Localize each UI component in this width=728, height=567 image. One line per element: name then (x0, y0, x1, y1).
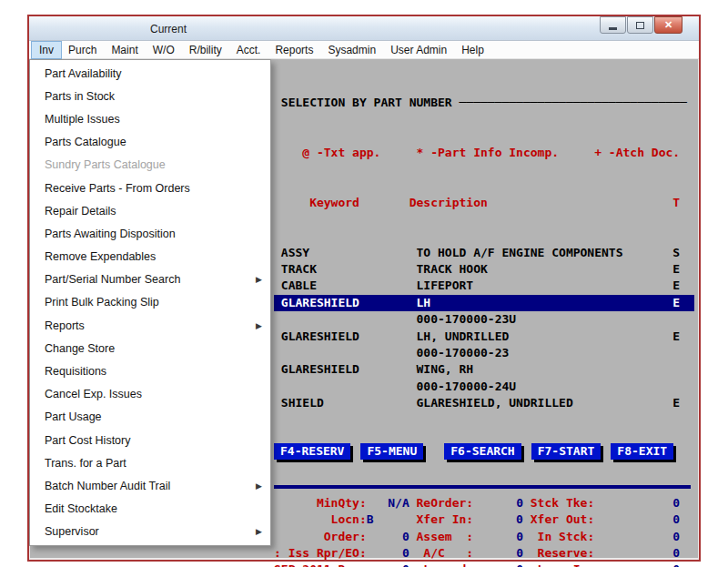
detail-line: MinQty: N/A ReOrder: 0 Stck Tke: 0 (274, 495, 694, 511)
menu-item-part-serial-number-search[interactable]: Part/Serial Number Search▶ (30, 268, 270, 291)
menu-reports[interactable]: Reports (268, 42, 320, 58)
detail-segment: A/C : (410, 546, 473, 560)
detail-segment: ReOrder: (410, 496, 473, 510)
menu-item-batch-number-audit-trail[interactable]: Batch Number Audit Trail▶ (30, 474, 270, 497)
terminal-header-line: SELECTION BY PART NUMBER ───────────────… (274, 95, 694, 111)
detail-segment: Loan In: (523, 562, 594, 567)
part-row[interactable]: ASSY TO HOLD A/F ENGINE COMPONENTS S (274, 245, 694, 261)
menu-acct[interactable]: Acct. (229, 42, 268, 58)
menubar: InvPurchMaintW/OR/bilityAcct.ReportsSysa… (29, 41, 699, 59)
menu-item-label: Parts Catalogue (45, 136, 126, 148)
part-row[interactable]: 000-170000-23 (274, 345, 694, 361)
part-details: MinQty: N/A ReOrder: 0 Stck Tke: 0 Locn:… (274, 495, 694, 567)
part-row[interactable]: SHIELD GLARESHIELD, UNDRILLED E (274, 395, 694, 411)
close-button[interactable]: ✕ (654, 16, 682, 34)
menu-item-sundry-parts-catalogue: Sundry Parts Catalogue (30, 154, 270, 177)
menu-item-label: Part/Serial Number Search (45, 273, 180, 286)
fkey-f5-menu[interactable]: F5-MENU (360, 443, 423, 460)
part-row[interactable]: GLARESHIELD WING, RH (274, 361, 694, 378)
menu-item-remove-expendables[interactable]: Remove Expendables (30, 246, 270, 268)
menu-item-part-cost-history[interactable]: Part Cost History (30, 429, 270, 451)
detail-segment: 0 (473, 562, 523, 567)
menu-item-label: Cancel Exp. Issues (45, 388, 142, 400)
window-controls: ✕ (600, 16, 682, 34)
menu-user-admin[interactable]: User Admin (383, 42, 454, 58)
minimize-button[interactable] (600, 16, 626, 34)
menu-item-label: Requisitions (45, 365, 106, 378)
fkey-f6-search[interactable]: F6-SEARCH (444, 443, 521, 460)
menu-item-label: Parts Awaiting Disposition (45, 228, 176, 240)
menu-item-label: Parts in Stock (45, 90, 115, 103)
part-row[interactable]: TRACK TRACK HOOK E (274, 261, 694, 278)
menu-item-trans-for-a-part[interactable]: Trans. for a Part (30, 451, 270, 474)
menu-item-cancel-exp-issues[interactable]: Cancel Exp. Issues (30, 383, 270, 406)
menu-r-bility[interactable]: R/bility (182, 42, 229, 58)
detail-segment: 0 (594, 546, 680, 560)
menu-item-label: Print Bulk Packing Slip (45, 296, 159, 309)
detail-segment: MinQty: (274, 496, 367, 510)
submenu-arrow-icon: ▶ (256, 527, 262, 536)
menu-item-parts-catalogue[interactable]: Parts Catalogue (30, 131, 270, 154)
menu-item-label: Receive Parts - From Orders (45, 182, 190, 195)
fkey-f7-start[interactable]: F7-START (531, 443, 602, 460)
menu-item-label: Multiple Issues (45, 113, 120, 126)
menu-item-parts-awaiting-disposition[interactable]: Parts Awaiting Disposition (30, 222, 270, 245)
menu-item-part-usage[interactable]: Part Usage (30, 406, 270, 429)
detail-segment: 0 (473, 496, 523, 510)
part-row[interactable]: CABLE LIFEPORT E (274, 278, 694, 294)
menu-item-label: Repair Details (45, 205, 116, 218)
detail-segment: 0 (594, 562, 680, 567)
detail-segment: 0 (594, 512, 680, 526)
detail-segment: Reserve: (523, 546, 594, 560)
detail-segment: Xfer Out: (523, 512, 594, 526)
part-row[interactable]: GLARESHIELD LH, UNDRILLED E (274, 329, 694, 345)
detail-segment: N/A (367, 496, 410, 510)
menu-item-print-bulk-packing-slip[interactable]: Print Bulk Packing Slip (30, 291, 270, 314)
menu-item-repair-details[interactable]: Repair Details (30, 199, 270, 222)
part-list: ASSY TO HOLD A/F ENGINE COMPONENTS S TRA… (274, 245, 694, 411)
submenu-arrow-icon: ▶ (256, 321, 262, 330)
function-key-row: F4-RESERVF5-MENUF6-SEARCHF7-STARTF8-EXIT (274, 443, 683, 460)
maximize-icon (636, 22, 644, 29)
terminal-legend-line: @ -Txt app. * -Part Info Incomp. + -Atch… (274, 145, 694, 161)
menu-item-requisitions[interactable]: Requisitions (30, 359, 270, 382)
detail-segment: 0 (473, 530, 523, 543)
terminal-text: SELECTION BY PART NUMBER ───────────────… (274, 61, 694, 567)
detail-line: SEP-2011 Req: 0 Loaned: 0 Loan In: 0 (274, 562, 694, 567)
app-window: Current ✕ InvPurchMaintW/OR/bilityAcct.R… (27, 15, 701, 562)
menu-item-part-availability[interactable]: Part Availability (30, 62, 270, 85)
detail-segment: 0 (594, 496, 680, 510)
submenu-arrow-icon: ▶ (256, 275, 262, 284)
menu-item-receive-parts-from-orders[interactable]: Receive Parts - From Orders (30, 177, 270, 199)
menu-item-label: Part Availability (45, 67, 122, 80)
menu-item-change-store[interactable]: Change Store (30, 337, 270, 359)
part-row-selected[interactable]: GLARESHIELD LH E (274, 295, 694, 311)
detail-segment: 0 (473, 512, 523, 526)
fkey-f8-exit[interactable]: F8-EXIT (611, 443, 673, 460)
part-row[interactable]: 000-170000-23U (274, 311, 694, 328)
detail-segment: 0 (367, 546, 410, 560)
menu-item-supervisor[interactable]: Supervisor▶ (30, 521, 270, 543)
menu-sysadmin[interactable]: Sysadmin (320, 42, 383, 58)
detail-segment: Xfer In: (374, 512, 474, 526)
menu-help[interactable]: Help (454, 42, 491, 58)
menu-item-multiple-issues[interactable]: Multiple Issues (30, 107, 270, 130)
detail-segment: 0 (473, 546, 523, 560)
menu-inv[interactable]: Inv (32, 42, 61, 58)
menu-maint[interactable]: Maint (104, 42, 145, 58)
detail-segment: 0 (594, 530, 680, 543)
menu-item-edit-stocktake[interactable]: Edit Stocktake (30, 498, 270, 521)
detail-line: : Iss Rpr/EO: 0 A/C : 0 Reserve: 0 (274, 545, 694, 562)
detail-line: Locn:B Xfer In: 0 Xfer Out: 0 (274, 511, 694, 528)
menu-w-o[interactable]: W/O (146, 42, 182, 58)
menu-item-label: Change Store (45, 342, 115, 355)
titlebar[interactable]: Current ✕ (29, 16, 699, 41)
detail-segment: In Stck: (523, 530, 594, 543)
fkey-f4-reserv[interactable]: F4-RESERV (274, 443, 350, 460)
menu-item-reports[interactable]: Reports▶ (30, 314, 270, 337)
menu-purch[interactable]: Purch (61, 42, 104, 58)
part-row[interactable]: 000-170000-24U (274, 379, 694, 395)
detail-segment: Stck Tke: (523, 496, 594, 510)
maximize-button[interactable] (627, 16, 653, 34)
menu-item-parts-in-stock[interactable]: Parts in Stock (30, 85, 270, 107)
